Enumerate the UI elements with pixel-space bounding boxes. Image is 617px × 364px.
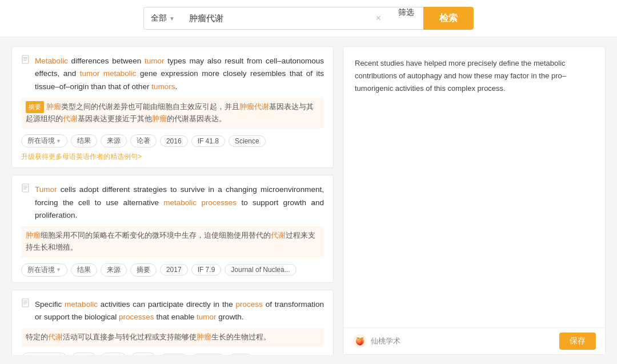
cn-highlight-4: 肿瘤: [152, 115, 167, 123]
result-item: Metabolic differences between tumor type…: [11, 46, 334, 168]
svg-text:🍑: 🍑: [355, 337, 365, 346]
tag-year[interactable]: 2016: [160, 135, 188, 147]
svg-rect-1: [23, 57, 27, 58]
highlight-tumor: tumor: [197, 313, 217, 321]
tag-context[interactable]: 所在语境 ▼: [21, 353, 67, 355]
chevron-down-icon: ▼: [169, 15, 175, 22]
save-button[interactable]: 保存: [559, 333, 596, 350]
tag-abstract[interactable]: 摘要: [130, 263, 157, 277]
cn-highlight-2: 肿瘤代谢: [239, 103, 269, 111]
en-text-span: Tumor cells adopt different strategies t…: [35, 185, 324, 219]
result-cn-text: 肿瘤细胞采用不同的策略在不断变化的微环境中生存，迫使细胞使用替代的代谢过程来支持…: [21, 226, 324, 258]
svg-rect-9: [23, 301, 27, 301]
svg-rect-7: [23, 189, 26, 189]
tag-context[interactable]: 所在语境 ▼: [21, 134, 67, 147]
result-en-text: Metabolic differences between tumor type…: [21, 55, 324, 93]
result-cn-text: 特定的代谢活动可以直接参与转化过程或支持能够使肿瘤生长的生物过程。: [21, 328, 324, 347]
cn-highlight-metabolism: 代谢: [271, 231, 286, 239]
highlight-metabolic: Metabolic: [35, 57, 68, 65]
doc-icon: [21, 183, 31, 194]
logo-area: 🍑 仙桃学术: [352, 334, 400, 349]
svg-rect-10: [23, 302, 27, 302]
summary-tag: 摘要: [26, 101, 44, 113]
tags-row: 所在语境 ▼ 结果 来源 论著 2016 IF 41.8 Science: [21, 134, 324, 147]
highlight-process: process: [236, 300, 263, 309]
tag-journal[interactable]: Science: [229, 135, 266, 147]
search-button[interactable]: 检索: [423, 7, 474, 30]
tag-if[interactable]: IF 7.9: [191, 264, 222, 275]
cn-highlight-metabolism: 代谢: [48, 333, 63, 341]
detail-panel: Recent studies have helped more precisel…: [343, 46, 606, 355]
tag-source[interactable]: 来源: [101, 353, 127, 355]
tag-journal[interactable]: Cell: [229, 354, 253, 355]
highlight-tumor1: tumor: [145, 57, 165, 65]
tag-journal[interactable]: Journal of Nuclea...: [225, 264, 296, 275]
logo-text: 仙桃学术: [371, 335, 400, 347]
cn-highlight-tumor: 肿瘤: [26, 231, 41, 239]
clear-icon[interactable]: ×: [374, 13, 383, 23]
tag-paper-type[interactable]: 论著: [130, 134, 157, 147]
svg-rect-3: [23, 60, 26, 61]
result-cn-text: 摘要肿瘤类型之间的代谢差异也可能由细胞自主效应引起，并且肿瘤代谢基因表达与其起源…: [21, 98, 324, 129]
svg-rect-5: [23, 186, 27, 186]
tag-review[interactable]: 综述: [130, 353, 157, 355]
tag-result[interactable]: 结果: [71, 134, 97, 147]
svg-rect-6: [23, 187, 27, 188]
result-en-text: Specific metabolic activities can partic…: [21, 298, 324, 324]
tag-year[interactable]: 2017: [160, 264, 188, 275]
cn-highlight-1: 肿瘤: [46, 103, 61, 111]
svg-rect-2: [23, 59, 27, 59]
en-text-span: Specific metabolic activities can partic…: [35, 300, 324, 321]
doc-icon: [21, 298, 31, 309]
tag-result[interactable]: 结果: [71, 263, 97, 277]
cn-highlight-tumor: 肿瘤: [197, 333, 211, 341]
highlight-processes: processes: [119, 313, 154, 321]
logo-icon: 🍑: [352, 334, 367, 349]
highlight-tumor: Tumor: [35, 185, 57, 194]
tag-year[interactable]: 2017: [160, 354, 188, 355]
tag-arrow: ▼: [56, 267, 61, 273]
detail-text: Recent studies have helped more precisel…: [355, 57, 594, 95]
search-input-wrapper: ×: [183, 7, 389, 30]
tag-context[interactable]: 所在语境 ▼: [21, 263, 67, 277]
highlight-metabolic2: metabolic: [103, 69, 137, 78]
results-column: Metabolic differences between tumor type…: [11, 46, 334, 355]
doc-icon: [21, 55, 31, 65]
tags-row: 所在语境 ▼ 结果 来源 摘要 2017 IF 7.9 Journal of N…: [21, 263, 324, 277]
en-text-span: Metabolic differences between tumor type…: [35, 57, 324, 91]
filter-button[interactable]: 筛选: [389, 7, 423, 30]
svg-rect-8: [22, 299, 29, 307]
highlight-metabolic-processes: metabolic processes: [163, 198, 237, 207]
upgrade-link[interactable]: 升级获得更多母语英语作者的精选例句>: [21, 152, 142, 162]
cn-highlight-3: 代谢: [63, 115, 78, 123]
tag-if[interactable]: IF 41.8: [191, 135, 225, 147]
svg-rect-0: [22, 55, 29, 63]
result-item: Tumor cells adopt different strategies t…: [11, 175, 334, 282]
tags-row: 所在语境 ▼ 摘要 来源 综述 2017 IF 38.6 Cell: [21, 353, 324, 355]
search-input[interactable]: [189, 14, 374, 23]
scope-label: 全部: [151, 13, 167, 23]
result-en-text: Tumor cells adopt different strategies t…: [21, 183, 324, 222]
search-bar: 全部 ▼ × 筛选 检索: [0, 0, 617, 37]
highlight-tumor2: tumor: [80, 69, 100, 78]
tag-abstract[interactable]: 摘要: [71, 353, 97, 355]
result-item: Specific metabolic activities can partic…: [11, 290, 334, 355]
highlight-tumors: tumors: [151, 82, 175, 91]
tag-if[interactable]: IF 38.6: [191, 354, 225, 355]
svg-rect-4: [22, 184, 29, 192]
tag-source[interactable]: 来源: [101, 263, 127, 277]
svg-rect-11: [23, 303, 26, 304]
tag-source[interactable]: 来源: [101, 134, 127, 147]
highlight-metabolic: metabolic: [65, 300, 98, 309]
main-content: Metabolic differences between tumor type…: [0, 37, 617, 364]
search-scope-selector[interactable]: 全部 ▼: [143, 7, 183, 30]
tag-arrow: ▼: [56, 138, 61, 144]
